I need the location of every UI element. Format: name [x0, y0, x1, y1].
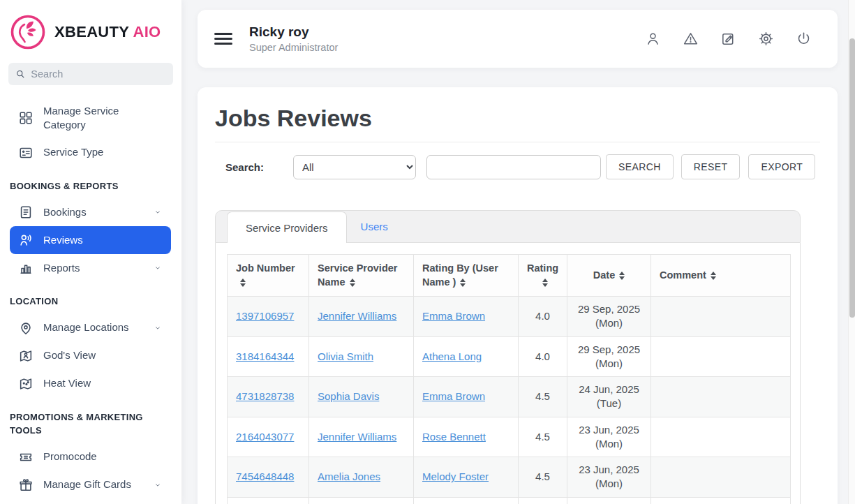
- sidebar-search[interactable]: [8, 63, 173, 85]
- job-number-link[interactable]: 4731828738: [236, 390, 294, 402]
- column-header-date[interactable]: Date: [567, 255, 651, 297]
- date-value: 23 Jun, 2025 (Mon): [567, 497, 651, 504]
- gear-icon[interactable]: [752, 26, 779, 52]
- sidebar-item-bookings[interactable]: Bookings: [10, 198, 171, 226]
- sidebar-item-label: Manage Locations: [43, 320, 143, 334]
- table-row: 3184164344 Olivia Smith Athena Long 4.0 …: [228, 336, 791, 377]
- ticket-icon: [18, 450, 34, 465]
- search-button[interactable]: SEARCH: [606, 154, 674, 179]
- sidebar-item-gods-view[interactable]: God's View: [10, 342, 171, 370]
- rating-value: 4.5: [519, 417, 567, 457]
- window-scrollbar[interactable]: [848, 0, 855, 504]
- sidebar-item-label: Heat View: [43, 376, 163, 390]
- sidebar-item-promocode[interactable]: Promocode: [10, 443, 171, 471]
- tabs-container: Service Providers Users Job Number Servi…: [215, 210, 801, 504]
- rating-by-link[interactable]: Rose Bennett: [422, 431, 486, 443]
- export-button[interactable]: EXPORT: [748, 154, 815, 179]
- sort-icon: [542, 279, 548, 287]
- date-value: 23 Jun, 2025 (Mon): [567, 457, 651, 498]
- sidebar-item-label: Manage Gift Cards: [43, 477, 143, 491]
- table-row: 4731828738 Sophia Davis Emma Brown 4.5 2…: [228, 377, 791, 417]
- alert-icon[interactable]: [677, 26, 704, 52]
- date-value: 29 Sep, 2025 (Mon): [567, 297, 651, 337]
- sidebar-item-label: Service Type: [43, 145, 163, 159]
- column-header-rating[interactable]: Rating: [519, 255, 567, 297]
- provider-link[interactable]: Jennifer Williams: [318, 431, 396, 443]
- sidebar-item-label: Reviews: [43, 233, 163, 247]
- column-header-rating-by[interactable]: Rating By (User Name ): [414, 255, 519, 297]
- rating-value: 4.5: [519, 497, 567, 504]
- user-name: Ricky roy: [249, 23, 338, 41]
- column-header-provider[interactable]: Service Provider Name: [309, 255, 414, 297]
- rating-value: 4.5: [519, 377, 567, 417]
- date-value: 29 Sep, 2025 (Mon): [567, 336, 651, 377]
- user-block: Ricky roy Super Administrator: [249, 23, 338, 54]
- search-bar: Search: All SEARCH RESET EXPORT: [215, 154, 820, 179]
- job-number-link[interactable]: 7454648448: [236, 470, 294, 482]
- table-row: 1397106957 Jennifer Williams Emma Brown …: [228, 297, 791, 337]
- sort-icon: [619, 272, 625, 280]
- chevron-down-icon: [153, 323, 163, 333]
- card-icon: [18, 145, 34, 161]
- map-icon: [18, 376, 34, 392]
- rating-value: 4.0: [519, 297, 567, 337]
- provider-link[interactable]: Jennifer Williams: [318, 310, 396, 322]
- sidebar-item-reports[interactable]: Reports: [10, 254, 171, 282]
- tab-users[interactable]: Users: [347, 211, 402, 242]
- column-header-job-number[interactable]: Job Number: [228, 255, 309, 297]
- sort-icon: [460, 279, 466, 287]
- sort-icon: [350, 279, 355, 287]
- sidebar-item-service-type[interactable]: Service Type: [10, 139, 171, 167]
- sidebar-item-label: Manage Service Category: [43, 104, 163, 133]
- search-icon: [15, 68, 25, 80]
- reviews-table: Job Number Service Provider Name Rating …: [227, 254, 791, 504]
- rating-by-link[interactable]: Emma Brown: [422, 310, 485, 322]
- provider-link[interactable]: Amelia Jones: [318, 470, 380, 482]
- rating-by-link[interactable]: Emma Brown: [422, 390, 485, 402]
- user-role: Super Administrator: [249, 41, 338, 55]
- sidebar-section-promotions: PROMOTIONS & MARKETING TOOLS: [10, 398, 171, 443]
- tab-service-providers[interactable]: Service Providers: [227, 212, 347, 243]
- search-filter-select[interactable]: All: [293, 155, 416, 179]
- main-area: Ricky roy Super Administrator Jobs Revie…: [181, 0, 855, 504]
- job-number-link[interactable]: 3184164344: [236, 350, 294, 362]
- sort-icon: [711, 272, 716, 280]
- scrollbar-thumb[interactable]: [849, 38, 855, 318]
- profile-icon[interactable]: [639, 26, 666, 52]
- search-input[interactable]: [426, 155, 601, 179]
- rating-value: 4.0: [519, 336, 567, 377]
- provider-link[interactable]: Sophia Davis: [318, 390, 379, 402]
- bar-chart-icon: [18, 260, 34, 276]
- sidebar-item-heat-view[interactable]: Heat View: [10, 370, 171, 398]
- comment-value: [651, 336, 791, 377]
- rating-by-link[interactable]: Melody Foster: [422, 470, 489, 482]
- reset-button[interactable]: RESET: [681, 154, 741, 179]
- job-number-link[interactable]: 2164043077: [236, 431, 294, 443]
- sidebar-item-manage-service-category[interactable]: Manage Service Category: [10, 98, 171, 139]
- date-value: 23 Jun, 2025 (Mon): [567, 417, 651, 457]
- sidebar-search-input[interactable]: [31, 68, 166, 80]
- top-bar: Ricky roy Super Administrator: [198, 10, 838, 68]
- sidebar-item-label: Promocode: [43, 450, 163, 464]
- comment-value: [651, 377, 791, 417]
- brand-logo[interactable]: XBEAUTY AIO: [0, 11, 181, 61]
- tab-bar: Service Providers Users: [215, 210, 801, 243]
- hamburger-menu-icon[interactable]: [214, 30, 232, 47]
- chevron-down-icon: [153, 480, 163, 490]
- gift-icon: [18, 477, 34, 493]
- column-header-comment[interactable]: Comment: [651, 255, 791, 297]
- comment-value: [651, 297, 791, 337]
- job-number-link[interactable]: 1397106957: [236, 310, 294, 322]
- provider-link[interactable]: Olivia Smith: [318, 350, 373, 362]
- edit-note-icon[interactable]: [715, 26, 741, 52]
- rating-by-link[interactable]: Athena Long: [422, 350, 482, 362]
- sidebar-item-label: Bookings: [43, 205, 143, 219]
- sidebar-item-manage-locations[interactable]: Manage Locations: [10, 314, 171, 342]
- power-icon[interactable]: [790, 26, 817, 52]
- brand-name: XBEAUTY AIO: [54, 23, 161, 41]
- sidebar-item-reviews[interactable]: Reviews: [10, 226, 171, 254]
- sidebar-section-bookings-reports: BOOKINGS & REPORTS: [10, 167, 171, 199]
- search-label: Search:: [225, 161, 264, 173]
- sidebar-item-manage-gift-cards[interactable]: Manage Gift Cards: [10, 471, 171, 499]
- sidebar-section-location: LOCATION: [10, 282, 171, 314]
